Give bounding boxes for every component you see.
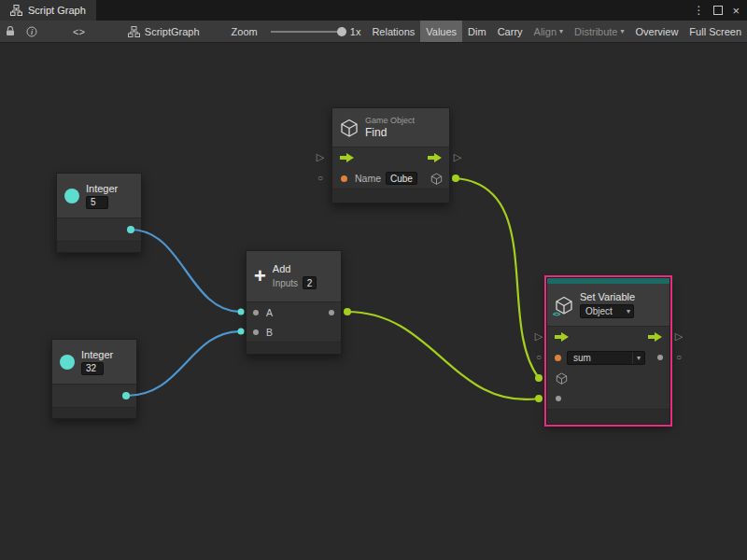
add-icon: + bbox=[254, 267, 266, 286]
setvar-object-input-wire-end[interactable] bbox=[535, 374, 543, 382]
variable-name-port[interactable] bbox=[555, 355, 561, 361]
output-row bbox=[57, 218, 141, 241]
node-footer bbox=[332, 189, 449, 203]
lock-button[interactable] bbox=[0, 21, 21, 42]
maximize-button[interactable] bbox=[713, 6, 723, 15]
port-label-a: A bbox=[266, 307, 273, 318]
node-header: Game Object Find bbox=[332, 108, 449, 147]
node-footer bbox=[547, 409, 669, 424]
dim-button[interactable]: Dim bbox=[462, 21, 492, 42]
object-port-icon bbox=[556, 372, 568, 385]
name-label: Name bbox=[355, 173, 381, 184]
setvar-flow-output-port[interactable]: ▷ bbox=[673, 330, 684, 343]
variable-name-value: sum bbox=[568, 353, 591, 363]
inputs-count-field[interactable]: 2 bbox=[303, 276, 317, 289]
integer-node-1[interactable]: Integer 5 bbox=[56, 173, 142, 253]
info-button[interactable]: i bbox=[21, 21, 43, 42]
wire-integer2-to-add-b[interactable] bbox=[126, 331, 241, 396]
add-input-b-wire-end[interactable] bbox=[238, 329, 245, 335]
output-row bbox=[52, 385, 136, 407]
graph-breadcrumb[interactable]: ScriptGraph bbox=[122, 21, 205, 42]
graph-icon bbox=[128, 26, 140, 37]
chevron-down-icon: ▾ bbox=[627, 307, 630, 315]
set-variable-icon: <> bbox=[555, 296, 573, 315]
graph-name-label: ScriptGraph bbox=[145, 26, 200, 37]
zoom-slider[interactable] bbox=[271, 21, 346, 42]
node-footer bbox=[57, 241, 141, 252]
find-flow-input-port[interactable]: ▷ bbox=[315, 151, 326, 163]
zoom-slider-handle[interactable] bbox=[337, 27, 346, 36]
align-button[interactable]: Align ▾ bbox=[529, 21, 569, 42]
node-footer bbox=[247, 342, 341, 354]
flow-in-arrow-icon bbox=[555, 332, 569, 342]
name-input-port[interactable] bbox=[341, 175, 347, 182]
find-output-port[interactable] bbox=[452, 175, 459, 182]
tab-title: Script Graph bbox=[28, 5, 86, 16]
input-port-b[interactable] bbox=[253, 329, 259, 335]
values-button[interactable]: Values bbox=[420, 21, 462, 42]
integer-icon bbox=[64, 189, 79, 203]
integer-value-field[interactable]: 5 bbox=[86, 196, 108, 209]
flow-row bbox=[332, 147, 449, 168]
value-input-port[interactable] bbox=[556, 396, 561, 401]
name-value-field[interactable]: Cube bbox=[386, 172, 417, 185]
setvar-value-output-port-outer[interactable]: ○ bbox=[673, 352, 684, 363]
find-flow-output-port[interactable]: ▷ bbox=[452, 151, 463, 163]
find-node[interactable]: Game Object Find Name Cube bbox=[331, 107, 450, 203]
node-title: Add bbox=[273, 263, 317, 274]
carry-button[interactable]: Carry bbox=[492, 21, 529, 42]
zoom-slider-track[interactable] bbox=[271, 31, 346, 33]
title-bar: Script Graph ⋮ × bbox=[0, 0, 747, 21]
node-header: Integer 5 bbox=[57, 174, 141, 218]
port-label-b: B bbox=[266, 327, 273, 338]
integer-node-2[interactable]: Integer 32 bbox=[51, 339, 137, 419]
wire-add-to-setvariable-value[interactable] bbox=[347, 312, 539, 399]
window-menu-button[interactable]: ⋮ bbox=[693, 4, 704, 17]
node-header: + Add Inputs 2 bbox=[247, 251, 341, 302]
info-icon: i bbox=[26, 26, 37, 37]
fullscreen-button[interactable]: Full Screen bbox=[684, 21, 747, 42]
node-title: Set Variable bbox=[580, 291, 635, 302]
node-footer bbox=[52, 407, 136, 418]
setvar-flow-input-port[interactable]: ▷ bbox=[533, 330, 544, 343]
set-variable-node[interactable]: <> Set Variable Object ▾ sum bbox=[546, 277, 670, 425]
chevron-down-icon: ▾ bbox=[559, 27, 563, 35]
flow-in-arrow-icon bbox=[340, 153, 354, 162]
wire-integer1-to-add-a[interactable] bbox=[131, 230, 241, 312]
add-output-wire-start[interactable] bbox=[344, 308, 351, 315]
chevron-down-icon: ▾ bbox=[621, 27, 625, 35]
graph-canvas[interactable]: Integer 5 Integer 32 + Add Inputs 2 bbox=[0, 43, 747, 560]
integer-value-field[interactable]: 32 bbox=[81, 362, 104, 375]
variable-name-dropdown[interactable]: sum ▾ bbox=[567, 351, 645, 365]
add-node[interactable]: + Add Inputs 2 A B bbox=[246, 250, 342, 355]
script-graph-icon bbox=[10, 5, 22, 16]
graph-toolbar: i <> ScriptGraph Zoom 1x Relations Value… bbox=[0, 21, 747, 43]
integer-icon bbox=[60, 355, 75, 370]
value-output-port[interactable] bbox=[657, 355, 663, 360]
flow-out-arrow-icon bbox=[648, 332, 662, 342]
variable-name-row: sum ▾ bbox=[547, 347, 669, 368]
find-name-input-port-outer[interactable]: ○ bbox=[315, 173, 326, 184]
tab-script-graph[interactable]: Script Graph bbox=[0, 0, 96, 21]
setvar-value-input-wire-end[interactable] bbox=[535, 395, 543, 402]
lock-icon bbox=[6, 26, 15, 36]
dropdown-caret-cell[interactable]: ▾ bbox=[632, 352, 644, 364]
wire-find-to-setvariable-object[interactable] bbox=[456, 178, 539, 378]
chevron-down-icon: ▾ bbox=[637, 354, 641, 362]
cube-icon bbox=[340, 119, 359, 137]
setvar-name-input-port-outer[interactable]: ○ bbox=[533, 352, 544, 363]
distribute-button[interactable]: Distribute ▾ bbox=[569, 21, 629, 42]
node-header: Integer 32 bbox=[52, 340, 136, 385]
flow-row bbox=[547, 327, 669, 347]
flow-out-arrow-icon bbox=[428, 153, 442, 162]
variable-scope-dropdown[interactable]: Object ▾ bbox=[580, 304, 634, 318]
port-row-a: A bbox=[247, 302, 341, 322]
name-row: Name Cube bbox=[332, 168, 449, 189]
overview-button[interactable]: Overview bbox=[630, 21, 684, 42]
close-button[interactable]: × bbox=[732, 4, 740, 18]
code-preview-button[interactable]: <> bbox=[67, 21, 91, 42]
add-input-a-wire-end[interactable] bbox=[238, 309, 245, 315]
output-port-sum[interactable] bbox=[329, 310, 334, 315]
input-port-a[interactable] bbox=[253, 310, 259, 315]
relations-button[interactable]: Relations bbox=[366, 21, 420, 42]
